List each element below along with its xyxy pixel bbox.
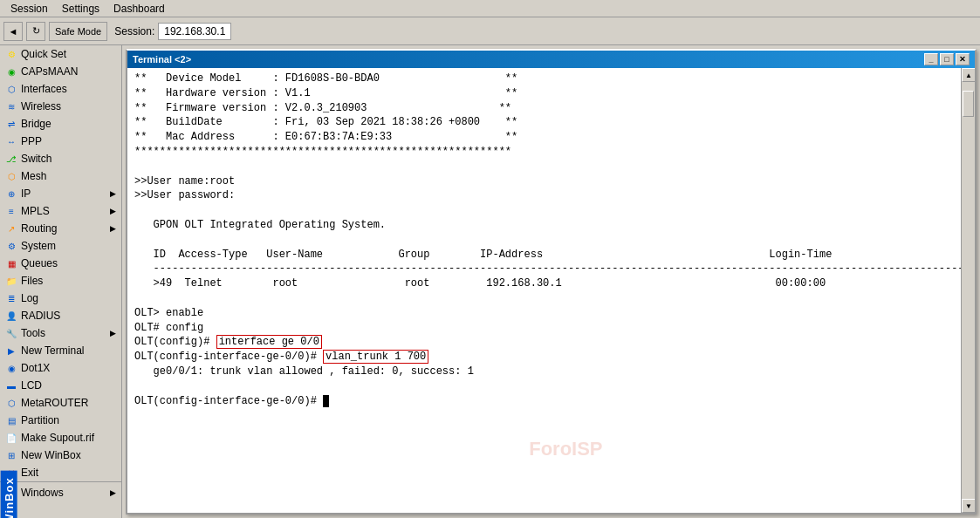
winbox-branding: WinBox [0,45,17,518]
sidebar: ⚙Quick Set◉CAPsMAAN⬡Interfaces≋Wireless⇌… [0,45,122,518]
sidebar-label-metarouter: MetaROUTER [21,397,88,409]
menu-session[interactable]: Session [3,1,55,17]
sidebar-label-partition: Partition [21,414,59,426]
terminal-content-wrapper: ** Device Model : FD1608S-B0-BDA0 ** ** … [127,68,975,513]
sidebar-label-bridge: Bridge [21,118,51,130]
sidebar-item-wireless[interactable]: ≋Wireless [0,98,121,115]
scroll-down-btn[interactable]: ▼ [962,499,975,513]
terminal-minimize-btn[interactable]: _ [924,53,938,65]
sidebar-item-lcd[interactable]: ▬LCD [0,377,121,394]
terminal-title: Terminal <2> [133,54,191,65]
sidebar-label-ppp: PPP [21,135,42,147]
sidebar-item-mesh[interactable]: ⬡Mesh [0,167,121,185]
sidebar-item-tools[interactable]: 🔧Tools▶ [0,324,121,342]
terminal-maximize-btn[interactable]: □ [940,53,954,65]
routing-arrow: ▶ [110,224,116,233]
scrollbar-track[interactable] [962,82,975,499]
terminal-window: Terminal <2> _ □ ✕ ** Device Model : FD1… [126,49,977,515]
sidebar-item-exit[interactable]: ✕Exit [0,464,121,481]
sidebar-label-capsman: CAPsMAAN [21,65,78,78]
sidebar-item-new-winbox[interactable]: ⊞New WinBox [0,446,121,464]
menu-settings[interactable]: Settings [55,1,106,17]
sidebar-item-quick-set[interactable]: ⚙Quick Set [0,45,121,63]
sidebar-label-dot1x: Dot1X [21,362,50,374]
sidebar-label-radius: RADIUS [21,310,60,322]
toolbar: ◄ ↻ Safe Mode Session: 192.168.30.1 [0,17,980,45]
session-ip: 192.168.30.1 [158,23,231,40]
sidebar-label-tools: Tools [21,327,45,339]
sidebar-label-new-winbox: New WinBox [21,449,81,461]
sidebar-item-bridge[interactable]: ⇌Bridge [0,115,121,133]
sidebar-label-lcd: LCD [21,379,42,392]
sidebar-item-ip[interactable]: ⊕IP▶ [0,185,121,202]
sidebar-item-partition[interactable]: ▤Partition [0,412,121,429]
sidebar-label-files: Files [21,275,43,287]
sidebar-label-mpls: MPLS [21,205,50,217]
windows-section: ⊞ Windows ▶ [0,481,121,501]
tools-arrow: ▶ [110,329,116,337]
terminal-body[interactable]: ** Device Model : FD1608S-B0-BDA0 ** ** … [127,68,961,513]
ip-arrow: ▶ [110,189,116,198]
sidebar-label-new-terminal: New Terminal [21,344,84,357]
sidebar-item-new-terminal[interactable]: ▶New Terminal [0,342,121,359]
sidebar-label-quick-set: Quick Set [21,48,66,60]
sidebar-item-mpls[interactable]: ≡MPLS▶ [0,202,121,220]
sidebar-item-radius[interactable]: 👤RADIUS [0,307,121,324]
safe-mode-button[interactable]: Safe Mode [49,22,107,41]
sidebar-item-interfaces[interactable]: ⬡Interfaces [0,80,121,98]
sidebar-label-interfaces: Interfaces [21,83,67,95]
content-area: Terminal <2> _ □ ✕ ** Device Model : FD1… [122,45,980,518]
sidebar-label-mesh: Mesh [21,170,46,182]
mpls-arrow: ▶ [110,207,116,215]
session-label: Session: [114,25,154,37]
sidebar-item-queues[interactable]: ▦Queues [0,255,121,272]
menu-bar: Session Settings Dashboard [0,0,980,17]
sidebar-item-routing[interactable]: ↗Routing▶ [0,220,121,237]
sidebar-item-system[interactable]: ⚙System [0,237,121,255]
terminal-scrollbar[interactable]: ▲ ▼ [961,68,975,513]
terminal-titlebar-controls: _ □ ✕ [924,53,970,65]
windows-arrow: ▶ [110,488,116,497]
sidebar-label-exit: Exit [21,467,38,479]
scroll-up-btn[interactable]: ▲ [962,68,975,82]
sidebar-label-queues: Queues [21,257,58,269]
terminal-close-btn[interactable]: ✕ [956,53,970,65]
sidebar-item-make-supout[interactable]: 📄Make Supout.rif [0,429,121,446]
sidebar-item-log[interactable]: ≣Log [0,290,121,307]
sidebar-label-log: Log [21,292,38,304]
sidebar-item-metarouter[interactable]: ⬡MetaROUTER [0,394,121,412]
sidebar-item-capsman[interactable]: ◉CAPsMAAN [0,63,121,80]
sidebar-label-make-supout: Make Supout.rif [21,432,94,444]
menu-dashboard[interactable]: Dashboard [106,1,172,17]
sidebar-label-wireless: Wireless [21,100,61,112]
sidebar-item-dot1x[interactable]: ◉Dot1X [0,359,121,377]
sidebar-item-switch[interactable]: ⎇Switch [0,150,121,167]
refresh-button[interactable]: ↻ [26,22,45,41]
sidebar-label-ip: IP [21,187,31,200]
sidebar-label-routing: Routing [21,222,57,235]
sidebar-windows-label: Windows [21,487,64,499]
winbox-rotated-label: WinBox [1,470,17,518]
sidebar-label-switch: Switch [21,153,51,165]
terminal-titlebar: Terminal <2> _ □ ✕ [127,51,975,68]
sidebar-item-ppp[interactable]: ↔PPP [0,133,121,150]
main-container: ⚙Quick Set◉CAPsMAAN⬡Interfaces≋Wireless⇌… [0,45,980,518]
scrollbar-thumb[interactable] [963,91,974,117]
sidebar-item-windows[interactable]: ⊞ Windows ▶ [0,484,121,501]
sidebar-item-files[interactable]: 📁Files [0,272,121,290]
back-button[interactable]: ◄ [3,22,23,41]
sidebar-label-system: System [21,240,56,252]
